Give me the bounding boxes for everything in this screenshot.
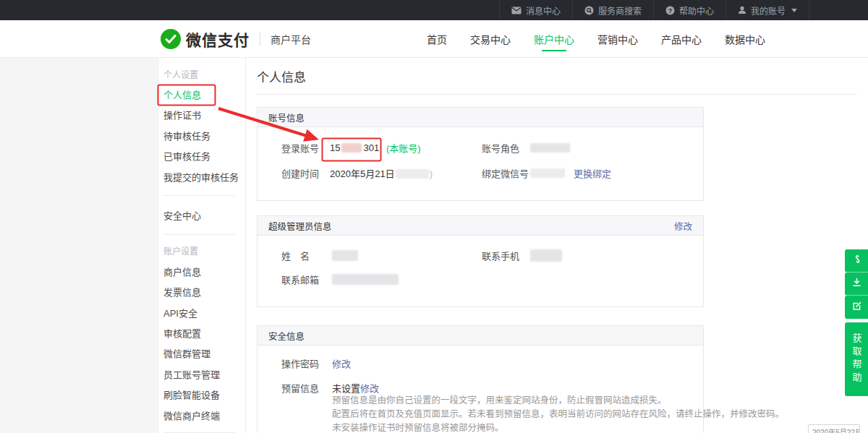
redacted-value [530, 249, 562, 262]
edit-icon [851, 301, 862, 314]
search-icon [584, 6, 594, 15]
floating-toolbar: 获取帮助 [845, 249, 868, 396]
redacted-value [332, 274, 399, 285]
brand-name: 微信支付 [186, 28, 250, 50]
reserved-info-status: 未设置 [332, 381, 360, 395]
topbar-item-my-account[interactable]: 我的账号 [726, 0, 809, 20]
sidebar-item-my-submitted-tasks[interactable]: 我提交的审核任务 [159, 166, 245, 187]
main-nav: 首页 交易中心 账户中心 营销中心 产品中心 数据中心 [427, 20, 765, 58]
chevron-down-icon [791, 9, 797, 12]
site-header: 微信支付 商户平台 首页 交易中心 账户中心 营销中心 产品中心 数据中心 [0, 20, 868, 58]
sidebar-item-personal-info[interactable]: 个人信息 [159, 84, 245, 104]
panel-title: 安全信息 [268, 329, 305, 343]
redacted-value [530, 168, 565, 178]
link-icon [851, 254, 861, 267]
sidebar-item-staff-account-mgmt[interactable]: 员工账号管理 [159, 364, 245, 384]
nav-tab-account-center[interactable]: 账户中心 [534, 21, 574, 57]
redacted-value [396, 169, 429, 179]
account-info-panel: 账号信息 登录账号 15301 (本账号) 账号角色 创建时间 2020年5月2… [257, 107, 704, 201]
sidebar-item-wechat-group-mgmt[interactable]: 微信群管理 [159, 343, 245, 364]
reserved-info-description: 预留信息是由你自己设置的一段文字，用来鉴定网站身份，防止假冒网站造成损失。 配置… [332, 394, 784, 433]
sidebar-item-merchant-info[interactable]: 商户信息 [159, 261, 245, 281]
download-icon-button[interactable] [845, 273, 868, 296]
nav-tab-transaction-center[interactable]: 交易中心 [470, 21, 511, 57]
topbar-item-label: 帮助中心 [679, 4, 714, 17]
current-account-tag: (本账号) [386, 141, 421, 155]
created-time-value: 2020年5月21日) [330, 166, 433, 180]
brand-divider [260, 33, 260, 46]
nav-tab-marketing-center[interactable]: 营销中心 [597, 21, 638, 57]
contact-phone-label: 联系手机 [482, 249, 519, 262]
left-gutter [0, 58, 159, 433]
help-icon: ? [665, 6, 675, 15]
sidebar-item-operation-certificate[interactable]: 操作证书 [159, 105, 245, 125]
sidebar-item-security-center[interactable]: 安全中心 [159, 205, 245, 225]
redacted-value [341, 143, 362, 153]
operation-password-label: 操作密码 [281, 356, 319, 370]
sidebar-item-invoice-info[interactable]: 发票信息 [159, 282, 245, 302]
contact-email-label: 联系邮箱 [281, 273, 319, 286]
nav-tab-home[interactable]: 首页 [427, 21, 447, 57]
portal-name: 商户平台 [271, 32, 311, 46]
date-tooltip: 2020年5月22日 [808, 424, 860, 433]
title-divider [257, 94, 857, 95]
login-account-label: 登录账号 [281, 141, 319, 155]
user-icon [738, 6, 746, 14]
sidebar-divider [163, 234, 236, 235]
sidebar-item-reviewed-tasks[interactable]: 已审核任务 [159, 146, 245, 166]
bound-wechat-label: 绑定微信号 [482, 166, 529, 180]
panel-title: 账号信息 [268, 111, 305, 124]
sidebar-divider [163, 195, 236, 196]
sidebar: 个人设置 个人信息 操作证书 待审核任务 已审核任务 我提交的审核任务 安全中心… [159, 58, 246, 433]
redacted-value [530, 143, 570, 153]
edit-admin-link[interactable]: 修改 [674, 219, 692, 233]
feedback-icon-button[interactable] [845, 296, 868, 319]
nav-tab-product-center[interactable]: 产品中心 [661, 21, 702, 57]
sidebar-section-account-settings: 账户设置 [159, 241, 245, 261]
topbar-item-label: 我的账号 [751, 4, 786, 17]
reserved-info-label: 预留信息 [281, 381, 319, 395]
sidebar-item-review-config[interactable]: 审核配置 [159, 322, 245, 343]
sidebar-item-pending-review-tasks[interactable]: 待审核任务 [159, 125, 245, 145]
created-time-label: 创建时间 [281, 166, 319, 180]
modify-reserved-info-link[interactable]: 修改 [360, 381, 379, 395]
super-admin-panel: 超级管理员信息 修改 姓 名 联系手机 联系邮箱 [257, 215, 704, 307]
change-binding-link[interactable]: 更换绑定 [574, 166, 611, 180]
merchant-platform-page: 消息中心 服务商搜索 ? 帮助中心 我的账号 [0, 0, 868, 433]
topbar-item-message-center[interactable]: 消息中心 [499, 0, 572, 20]
page-title: 个人信息 [257, 67, 306, 85]
modify-password-link[interactable]: 修改 [332, 356, 351, 370]
mail-icon [511, 7, 522, 14]
redacted-value [332, 250, 358, 261]
security-info-panel: 安全信息 操作密码 修改 预留信息 未设置 修改 预留信息是由你自己设置的一段文… [257, 325, 704, 433]
login-account-value: 15301 [330, 142, 379, 153]
top-utility-bar: 消息中心 服务商搜索 ? 帮助中心 我的账号 [0, 0, 868, 20]
account-role-label: 账号角色 [482, 141, 519, 155]
panel-title: 超级管理员信息 [268, 219, 332, 233]
download-icon [851, 277, 862, 291]
topbar-item-label: 服务商搜索 [598, 4, 642, 17]
topbar-item-help-center[interactable]: ? 帮助中心 [653, 0, 726, 20]
topbar-item-label: 消息中心 [526, 4, 561, 17]
nav-tab-data-center[interactable]: 数据中心 [725, 21, 765, 57]
get-help-button[interactable]: 获取帮助 [845, 322, 868, 396]
sidebar-item-wechat-merchant-terminal[interactable]: 微信商户终端 [159, 405, 245, 425]
wechat-pay-logo-icon [161, 29, 181, 49]
name-label: 姓 名 [281, 249, 310, 262]
topbar-item-sp-search[interactable]: 服务商搜索 [572, 0, 653, 20]
sidebar-section-personal-settings: 个人设置 [159, 64, 245, 84]
link-icon-button[interactable] [845, 249, 868, 273]
brand-area: 微信支付 商户平台 [161, 20, 311, 58]
sidebar-item-api-security[interactable]: API安全 [159, 302, 245, 322]
svg-text:?: ? [668, 7, 672, 14]
sidebar-item-face-smart-device[interactable]: 刷脸智能设备 [159, 384, 245, 404]
